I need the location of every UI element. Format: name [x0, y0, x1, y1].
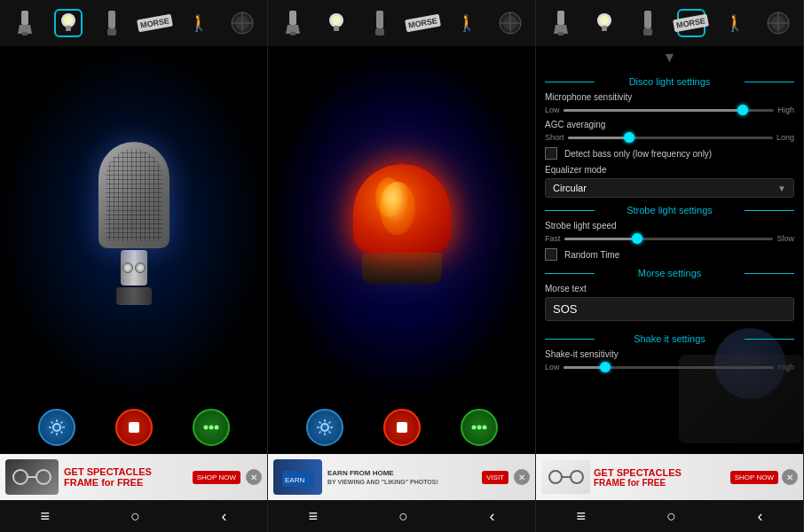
- mic-sensitivity-label: Microphone sensitivity: [545, 92, 632, 102]
- strobe-speed-slider[interactable]: Fast Slow: [545, 234, 794, 243]
- eq-mode-label: Equalizer mode: [545, 165, 606, 175]
- back-icon-2[interactable]: ‹: [489, 507, 494, 526]
- toolbar-flashlight-2[interactable]: [280, 11, 305, 35]
- toolbar-person-1[interactable]: 🚶: [186, 11, 211, 35]
- ad-cta-1[interactable]: SHOP NOW: [193, 471, 240, 484]
- panel-microphone: MORSE 🚶: [0, 0, 268, 532]
- eq-mode-dropdown[interactable]: Circular ▼: [545, 178, 794, 198]
- toolbar-torch-s[interactable]: [635, 11, 660, 35]
- mic-sensitivity-thumb[interactable]: [737, 105, 748, 115]
- toolbar-flashlight-1[interactable]: [12, 11, 37, 35]
- ad-text-2: EARN FROM HOME BY VIEWING AND "LIKING" P…: [327, 468, 477, 486]
- toolbar-torch-1[interactable]: [99, 11, 124, 35]
- shakeit-thumb[interactable]: [600, 362, 611, 372]
- settings-button-2[interactable]: [306, 409, 343, 446]
- toolbar-morse-1[interactable]: MORSE: [143, 11, 168, 35]
- eq-mode-row: Equalizer mode: [545, 165, 794, 175]
- toolbar-torch-2[interactable]: [367, 11, 392, 35]
- effects-button-1[interactable]: [193, 409, 230, 446]
- toolbar-morse-s[interactable]: MORSE: [679, 11, 704, 35]
- agc-max: Long: [776, 133, 794, 142]
- collapse-chevron[interactable]: ▼: [545, 46, 794, 69]
- ad-banner-2: EARN EARN FROM HOME BY VIEWING AND "LIKI…: [268, 454, 535, 500]
- ad-cta-2[interactable]: VISIT: [482, 471, 508, 484]
- home-icon-2[interactable]: ○: [398, 507, 408, 526]
- toolbar-disco-1[interactable]: [230, 11, 255, 35]
- settings-button-1[interactable]: [38, 409, 75, 446]
- nav-bar-settings: ≡ ○ ‹: [536, 500, 803, 532]
- eq-mode-value: Circular: [553, 183, 777, 193]
- eq-dropdown-arrow: ▼: [777, 184, 786, 193]
- siren-dome: [353, 164, 451, 253]
- menu-icon-1[interactable]: ≡: [41, 507, 51, 526]
- toolbar-morse-2[interactable]: MORSE: [411, 11, 436, 35]
- toolbar-person-s[interactable]: 🚶: [722, 11, 747, 35]
- toolbar-2: MORSE 🚶: [268, 0, 535, 46]
- mic-sensitivity-track[interactable]: [564, 109, 775, 112]
- agc-min: Short: [545, 133, 564, 142]
- svg-rect-41: [558, 32, 564, 35]
- svg-point-14: [203, 426, 208, 430]
- ad-close-1[interactable]: ✕: [246, 469, 262, 485]
- ad-cta-settings[interactable]: SHOP NOW: [730, 471, 778, 484]
- svg-point-12: [53, 424, 60, 431]
- siren-display-area: [268, 46, 535, 401]
- svg-point-17: [13, 470, 28, 484]
- toolbar-lamp-s[interactable]: [592, 11, 617, 35]
- back-icon-1[interactable]: ‹: [221, 507, 226, 526]
- svg-rect-7: [107, 28, 116, 35]
- effects-button-2[interactable]: [461, 409, 498, 446]
- home-icon-1[interactable]: ○: [130, 507, 140, 526]
- svg-point-18: [36, 470, 51, 484]
- menu-icon-2[interactable]: ≡: [309, 507, 319, 526]
- svg-point-16: [214, 426, 218, 430]
- strobe-speed-label: Strobe light speed: [545, 221, 617, 231]
- nav-bar-2: ≡ ○ ‹: [268, 500, 535, 532]
- detect-bass-checkbox[interactable]: [545, 147, 557, 160]
- toolbar-lamp-2[interactable]: [324, 11, 349, 35]
- agc-thumb[interactable]: [624, 132, 635, 143]
- stop-button-1[interactable]: [115, 409, 153, 446]
- strobe-speed-fill: [564, 238, 638, 240]
- svg-point-35: [477, 426, 481, 430]
- svg-rect-4: [66, 26, 71, 31]
- morse-text-row: Morse text: [545, 284, 794, 293]
- ad-close-2[interactable]: ✕: [514, 469, 530, 485]
- toolbar-disco-s[interactable]: [766, 11, 791, 35]
- random-time-label: Random Time: [564, 250, 619, 260]
- svg-rect-20: [289, 11, 296, 25]
- svg-rect-13: [129, 422, 139, 433]
- stop-button-2[interactable]: [383, 409, 421, 446]
- ad-image-settings: [541, 460, 590, 494]
- toolbar-flashlight-s[interactable]: [548, 11, 573, 35]
- ad-image-2: EARN: [273, 459, 322, 495]
- mic-base: [116, 287, 152, 305]
- agc-row: AGC averaging: [545, 120, 794, 129]
- random-time-checkbox[interactable]: [545, 248, 557, 261]
- agc-track[interactable]: [568, 137, 773, 139]
- svg-rect-0: [21, 11, 28, 25]
- svg-point-5: [64, 16, 73, 25]
- ad-close-settings[interactable]: ✕: [782, 469, 798, 485]
- home-icon-s[interactable]: ○: [666, 507, 676, 526]
- agc-label: AGC averaging: [545, 120, 605, 129]
- strobe-speed-thumb[interactable]: [632, 233, 642, 244]
- shakeit-track[interactable]: [564, 366, 775, 369]
- menu-icon-s[interactable]: ≡: [577, 507, 587, 526]
- panel-siren: MORSE 🚶 EARN EARN FROM: [268, 0, 536, 532]
- back-icon-s[interactable]: ‹: [757, 507, 762, 526]
- toolbar-disco-2[interactable]: [498, 11, 523, 35]
- toolbar-lamp-1[interactable]: [56, 11, 81, 35]
- morse-text-input[interactable]: [545, 297, 794, 321]
- toolbar-person-2[interactable]: 🚶: [454, 11, 479, 35]
- strobe-speed-track[interactable]: [564, 238, 774, 240]
- svg-point-25: [332, 16, 341, 25]
- svg-rect-45: [644, 11, 651, 28]
- mic-sensitivity-min: Low: [545, 106, 560, 114]
- toolbar-settings: MORSE 🚶: [536, 0, 803, 46]
- agc-slider[interactable]: Short Long: [545, 133, 794, 142]
- mic-knob-right: [135, 262, 146, 273]
- panel-settings: MORSE 🚶 ▼ Disco light settings Microphon…: [536, 0, 804, 532]
- svg-rect-27: [375, 28, 384, 35]
- mic-sensitivity-slider[interactable]: Low High: [545, 106, 794, 114]
